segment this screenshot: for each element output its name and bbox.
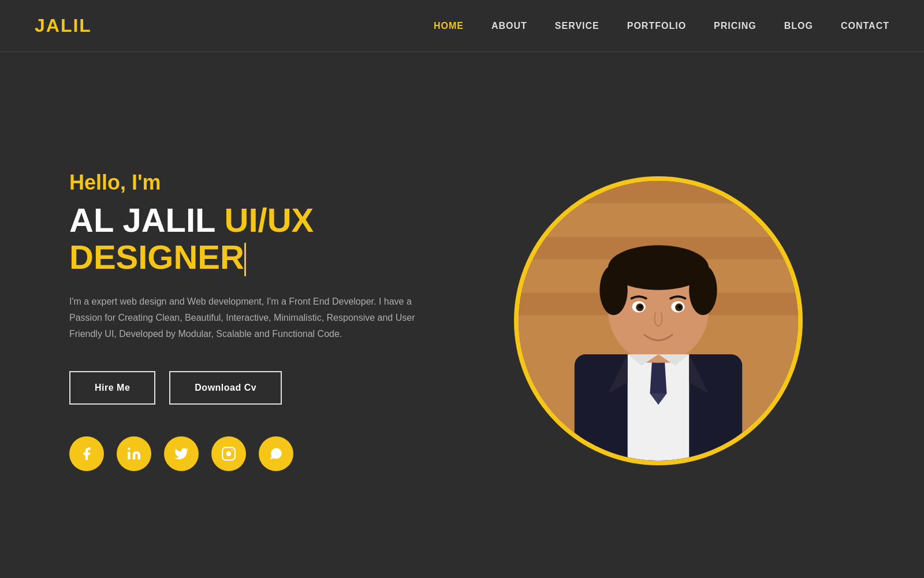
- hero-section: Hello, I'm AL JALIL UI/UX DESIGNER I'm a…: [0, 52, 924, 578]
- svg-point-0: [128, 447, 130, 450]
- header: JALIL HOME ABOUT SERVICE PORTFOLIO PRICI…: [0, 0, 924, 52]
- instagram-svg: [221, 446, 236, 461]
- name-title: AL JALIL UI/UX DESIGNER: [69, 202, 462, 276]
- profile-person-svg: [519, 181, 798, 461]
- facebook-svg: [79, 446, 94, 461]
- nav-item-about[interactable]: ABOUT: [491, 21, 527, 31]
- svg-point-16: [599, 265, 627, 315]
- svg-rect-4: [519, 181, 798, 203]
- cursor: [244, 243, 246, 276]
- linkedin-svg: [126, 446, 141, 461]
- facebook-icon[interactable]: [69, 436, 104, 471]
- greeting-text: Hello, I'm: [69, 171, 462, 195]
- whatsapp-svg: [269, 446, 284, 461]
- download-cv-button[interactable]: Download Cv: [169, 371, 282, 405]
- svg-point-17: [689, 265, 717, 315]
- profile-image-wrapper: [514, 176, 803, 465]
- profile-image-circle: [514, 176, 803, 465]
- nav-item-pricing[interactable]: PRICING: [714, 21, 757, 31]
- instagram-icon[interactable]: [211, 436, 246, 471]
- svg-point-23: [678, 305, 681, 309]
- main-nav: HOME ABOUT SERVICE PORTFOLIO PRICING BLO…: [434, 21, 889, 31]
- social-icons-row: [69, 436, 462, 471]
- hire-me-button[interactable]: Hire Me: [69, 371, 155, 405]
- nav-item-home[interactable]: HOME: [434, 21, 464, 31]
- linkedin-icon[interactable]: [117, 436, 151, 471]
- logo[interactable]: JALIL: [35, 15, 92, 36]
- whatsapp-icon[interactable]: [259, 436, 293, 471]
- svg-rect-5: [519, 209, 798, 231]
- svg-point-22: [639, 305, 642, 309]
- nav-item-service[interactable]: SERVICE: [555, 21, 599, 31]
- nav-item-blog[interactable]: BLOG: [784, 21, 813, 31]
- hero-right: [462, 176, 855, 465]
- nav-item-portfolio[interactable]: PORTFOLIO: [627, 21, 686, 31]
- hero-left: Hello, I'm AL JALIL UI/UX DESIGNER I'm a…: [69, 171, 462, 471]
- person-name: AL JALIL: [69, 201, 215, 239]
- nav-item-contact[interactable]: CONTACT: [841, 21, 889, 31]
- cta-buttons: Hire Me Download Cv: [69, 371, 462, 405]
- bio-text: I'm a expert web design and Web developm…: [69, 294, 427, 342]
- twitter-icon[interactable]: [164, 436, 199, 471]
- twitter-svg: [174, 446, 189, 461]
